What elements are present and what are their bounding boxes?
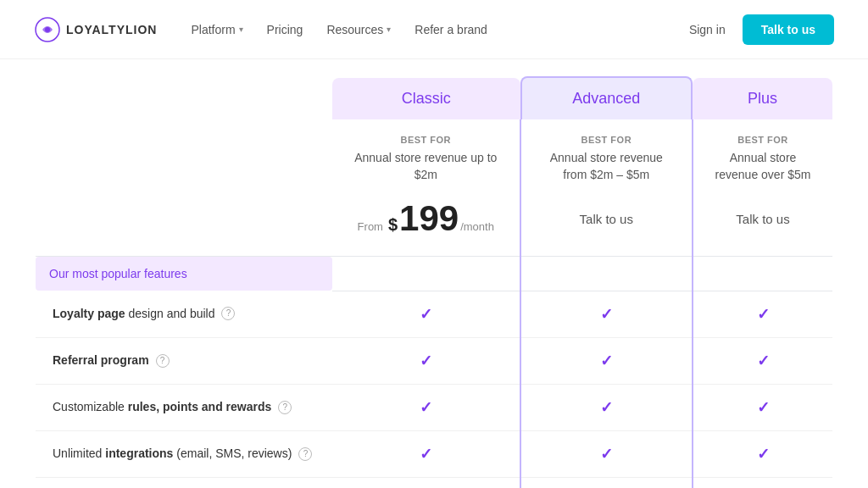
- advanced-check-referral-program: [520, 337, 693, 384]
- classic-check-customizable-rules: [332, 384, 520, 430]
- navbar: LOYALTYLION Platform ▾ Pricing Resources…: [0, 0, 868, 59]
- svg-point-1: [45, 27, 50, 32]
- plus-best-for: BEST FOR Annual store revenue over $5m: [693, 119, 832, 190]
- feature-name-shopify-pos: Shopify POS integrations ?: [36, 477, 332, 488]
- check-icon: [600, 446, 613, 463]
- check-icon: [420, 399, 432, 416]
- info-icon-customizable-rules[interactable]: ?: [278, 401, 292, 414]
- nav-refer-brand[interactable]: Refer a brand: [415, 23, 487, 36]
- talk-to-us-button[interactable]: Talk to us: [743, 14, 834, 45]
- sign-in-link[interactable]: Sign in: [689, 23, 726, 36]
- feature-row-referral-program: Referral program ?: [36, 337, 832, 384]
- check-icon: [600, 352, 613, 369]
- classic-check-loyalty-page: [332, 291, 520, 337]
- advanced-plan-header: Advanced: [520, 76, 693, 119]
- classic-best-for: BEST FOR Annual store revenue up to $2m: [332, 119, 520, 190]
- main-content: Classic Advanced Plus BEST FOR Annual st…: [19, 59, 849, 488]
- price-empty: [36, 190, 332, 257]
- plus-check-referral-program: [693, 337, 832, 384]
- section-spacer-classic: [332, 257, 520, 291]
- plus-header-cell: Plus: [693, 76, 832, 119]
- nav-resources[interactable]: Resources ▾: [326, 23, 391, 36]
- feature-row-customizable-rules: Customizable rules, points and rewards ?: [36, 384, 832, 430]
- plus-check-shopify-pos: [693, 477, 832, 488]
- chevron-down-icon: ▾: [239, 25, 243, 34]
- advanced-price: Talk to us: [520, 190, 693, 257]
- popular-features-header: Our most popular features: [36, 257, 332, 291]
- best-for-row: BEST FOR Annual store revenue up to $2m …: [36, 119, 832, 190]
- advanced-best-for: BEST FOR Annual store revenue from $2m –…: [520, 119, 693, 190]
- logo[interactable]: LOYALTYLION: [34, 16, 157, 43]
- pricing-table: Classic Advanced Plus BEST FOR Annual st…: [36, 76, 832, 488]
- advanced-check-shopify-pos: [520, 477, 693, 488]
- feature-name-referral-program: Referral program ?: [36, 337, 332, 384]
- classic-check-referral-program: [332, 337, 520, 384]
- feature-row-shopify-pos: Shopify POS integrations ?: [36, 477, 832, 488]
- section-header-row: Our most popular features: [36, 257, 832, 291]
- info-icon-loyalty-page[interactable]: ?: [221, 307, 235, 320]
- nav-platform[interactable]: Platform ▾: [191, 23, 242, 36]
- check-icon: [757, 352, 770, 369]
- nav-links: Platform ▾ Pricing Resources ▾ Refer a b…: [191, 23, 688, 36]
- check-icon: [757, 399, 770, 416]
- price-row: From $ 199 /month Talk to us Talk to us: [36, 190, 832, 257]
- classic-plan-header: Classic: [332, 78, 520, 119]
- check-icon: [600, 306, 613, 323]
- advanced-header-cell: Advanced: [520, 76, 693, 119]
- info-icon-unlimited-integrations[interactable]: ?: [298, 447, 312, 461]
- plus-plan-header: Plus: [693, 78, 832, 119]
- plus-price: Talk to us: [693, 190, 832, 257]
- check-icon: [600, 399, 613, 416]
- nav-right: Sign in Talk to us: [689, 14, 834, 45]
- check-icon: [757, 306, 770, 323]
- check-icon: [757, 446, 770, 463]
- section-spacer-advanced: [520, 257, 693, 291]
- empty-header: [36, 76, 332, 119]
- advanced-check-unlimited-integrations: [520, 430, 693, 477]
- classic-price: From $ 199 /month: [332, 190, 520, 257]
- popular-features-header-cell: Our most popular features: [36, 257, 332, 291]
- classic-price-display: From $ 199 /month: [349, 198, 503, 239]
- feature-row-loyalty-page: Loyalty page design and build ?: [36, 291, 832, 337]
- feature-name-customizable-rules: Customizable rules, points and rewards ?: [36, 384, 332, 430]
- plus-check-unlimited-integrations: [693, 430, 832, 477]
- best-for-empty: [36, 119, 332, 190]
- advanced-check-customizable-rules: [520, 384, 693, 430]
- plan-header-row: Classic Advanced Plus: [36, 76, 832, 119]
- feature-name-loyalty-page: Loyalty page design and build ?: [36, 291, 332, 337]
- classic-header-cell: Classic: [332, 76, 520, 119]
- plus-check-loyalty-page: [693, 291, 832, 337]
- plus-check-customizable-rules: [693, 384, 832, 430]
- check-icon: [420, 446, 432, 463]
- classic-check-unlimited-integrations: [332, 430, 520, 477]
- info-icon-referral-program[interactable]: ?: [156, 354, 170, 368]
- section-spacer-plus: [693, 257, 832, 291]
- logo-text: LOYALTYLION: [66, 23, 157, 36]
- check-icon: [420, 352, 432, 369]
- feature-name-unlimited-integrations: Unlimited integrations (email, SMS, revi…: [36, 430, 332, 477]
- advanced-check-loyalty-page: [520, 291, 693, 337]
- nav-pricing[interactable]: Pricing: [267, 23, 303, 36]
- check-icon: [420, 306, 432, 323]
- feature-row-unlimited-integrations: Unlimited integrations (email, SMS, revi…: [36, 430, 832, 477]
- chevron-down-icon: ▾: [387, 25, 391, 34]
- classic-check-shopify-pos: [332, 477, 520, 488]
